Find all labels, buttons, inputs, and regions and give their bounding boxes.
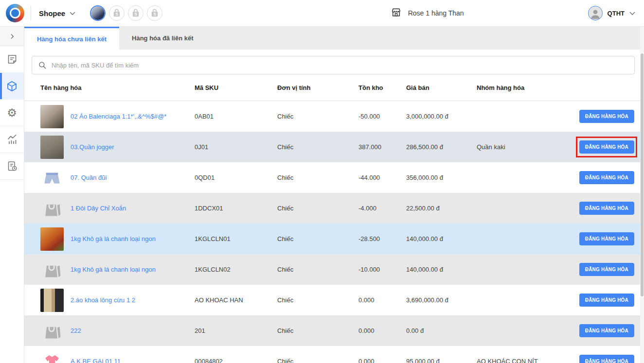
bag-placeholder-icon	[41, 320, 63, 342]
publish-product-button[interactable]: ĐĂNG HÀNG HÓA	[579, 171, 634, 184]
product-unit: Chiếc	[277, 205, 358, 212]
store-icon	[390, 6, 402, 20]
product-name-link[interactable]: 02 Áo Balenciaga 1:1*',.&^%$#@*	[64, 113, 195, 120]
product-name-link[interactable]: A.K.BE GAI 01 11	[64, 358, 195, 363]
product-name-link[interactable]: 2.áo khoá lông cừu 1 2	[64, 296, 195, 304]
product-price: 356,000.00 đ	[406, 174, 477, 181]
publish-product-button[interactable]: ĐĂNG HÀNG HÓA	[579, 140, 634, 154]
app-logo-icon[interactable]	[6, 4, 24, 22]
tab-unlinked-products[interactable]: Hàng hóa chưa liên kết	[24, 27, 119, 50]
column-header-price: Giá bán	[406, 84, 477, 91]
product-name-link[interactable]: 03.Quần jogger	[64, 143, 195, 151]
products-panel: Tên hàng hóa Mã SKU Đơn vị tính Tồn kho …	[24, 50, 644, 363]
search-box	[32, 56, 635, 74]
user-menu[interactable]: QTHT	[588, 6, 635, 20]
table-row[interactable]: 1 Đôi Dây Chỉ Xoắn 1DDCX01 Chiếc -4.000 …	[24, 193, 644, 224]
publish-product-button[interactable]: ĐĂNG HÀNG HÓA	[579, 355, 634, 363]
shop-avatar-shopee[interactable]: S	[147, 5, 162, 21]
shop-avatar-shopee[interactable]: S	[128, 5, 143, 21]
product-price: 286,500.00 đ	[406, 143, 477, 151]
product-name-link[interactable]: 07. Quần đũi	[64, 174, 195, 181]
column-header-sku: Mã SKU	[195, 84, 277, 91]
product-unit: Chiếc	[277, 235, 358, 242]
annotation-highlight-box: ĐĂNG HÀNG HÓA	[579, 171, 634, 184]
product-stock: -50.000	[358, 113, 406, 120]
product-sku: 201	[195, 327, 277, 334]
shop-avatar-active[interactable]	[90, 5, 106, 21]
annotation-highlight-box: ĐĂNG HÀNG HÓA	[579, 140, 634, 154]
product-thumbnail	[40, 258, 64, 281]
product-thumbnail	[40, 105, 64, 128]
chevron-down-icon	[70, 9, 75, 17]
product-stock: 0.000	[358, 327, 406, 334]
sidebar-item-analytics[interactable]	[0, 126, 24, 153]
table-row[interactable]: 1kg Khô gà lá chanh loại ngon 1KGLCLN02 …	[24, 254, 644, 285]
table-row[interactable]: 222 201 Chiếc 0.000 0.00 đ ĐĂNG HÀNG HÓA	[24, 315, 644, 346]
channel-selector[interactable]: Shopee	[39, 9, 75, 17]
product-unit: Chiếc	[277, 327, 358, 334]
product-name-link[interactable]: 1kg Khô gà lá chanh loại ngon	[64, 235, 195, 242]
current-store: Rose 1 hàng Than	[390, 6, 464, 20]
tshirt-image	[42, 351, 62, 363]
sidebar-item-orders[interactable]	[0, 46, 24, 73]
bag-placeholder-icon	[41, 259, 63, 280]
tab-label: Hàng hóa chưa liên kết	[37, 35, 107, 43]
product-unit: Chiếc	[277, 358, 358, 363]
table-body: 02 Áo Balenciaga 1:1*',.&^%$#@* 0AB01 Ch…	[24, 101, 644, 363]
search-input[interactable]	[52, 62, 628, 69]
tab-label: Hàng hóa đã liên kết	[132, 35, 193, 42]
product-stock: -28.500	[358, 235, 406, 242]
table-row[interactable]: A.K.BE GAI 01 11 00084802 Chiếc 0.000 95…	[24, 346, 644, 363]
publish-product-button[interactable]: ĐĂNG HÀNG HÓA	[579, 232, 634, 245]
divider	[31, 6, 31, 20]
product-name-link[interactable]: 1kg Khô gà lá chanh loại ngon	[64, 266, 195, 273]
table-row[interactable]: 2.áo khoá lông cừu 1 2 AO KHOAC HAN Chiế…	[24, 285, 644, 315]
product-thumbnail	[40, 197, 64, 220]
main-content: Hàng hóa chưa liên kết Hàng hóa đã liên …	[24, 27, 644, 363]
annotation-highlight-box: ĐĂNG HÀNG HÓA	[579, 294, 634, 307]
table-row[interactable]: 1kg Khô gà lá chanh loại ngon 1KGLCLN01 …	[24, 224, 644, 254]
product-name-link[interactable]: 222	[64, 327, 195, 334]
publish-product-button[interactable]: ĐĂNG HÀNG HÓA	[579, 294, 634, 307]
product-unit: Chiếc	[277, 113, 358, 120]
annotation-highlight-box: ĐĂNG HÀNG HÓA	[579, 355, 634, 363]
shop-avatar-shopee[interactable]: S	[109, 5, 125, 21]
vertical-scrollbar[interactable]	[640, 27, 644, 363]
publish-product-button[interactable]: ĐĂNG HÀNG HÓA	[579, 202, 634, 215]
product-price: 3,690,000.00 đ	[406, 296, 477, 304]
sidebar-item-reports[interactable]	[0, 153, 24, 180]
settings-icon: ⚙	[7, 107, 17, 119]
publish-product-button[interactable]: ĐĂNG HÀNG HÓA	[579, 263, 634, 276]
product-unit: Chiếc	[277, 296, 358, 304]
sidebar-expand-button[interactable]	[0, 27, 24, 46]
sidebar-item-products[interactable]	[0, 73, 24, 100]
tab-linked-products[interactable]: Hàng hóa đã liên kết	[119, 27, 206, 50]
product-stock: 0.000	[358, 296, 406, 304]
shop-avatar-list: S S S	[90, 5, 162, 21]
product-stock: -4.000	[358, 205, 406, 212]
product-thumbnail	[40, 136, 64, 159]
table-row[interactable]: 07. Quần đũi 0QD01 Chiếc -44.000 356,000…	[24, 162, 644, 193]
product-price: 3,000,000.00 đ	[406, 113, 477, 120]
product-unit: Chiếc	[277, 143, 358, 151]
table-row[interactable]: 02 Áo Balenciaga 1:1*',.&^%$#@* 0AB01 Ch…	[24, 101, 644, 132]
annotation-highlight-box: ĐĂNG HÀNG HÓA	[579, 324, 634, 337]
scrollbar-thumb[interactable]	[641, 53, 644, 296]
product-price: 95,000.00 đ	[406, 358, 477, 363]
tab-bar: Hàng hóa chưa liên kết Hàng hóa đã liên …	[24, 27, 644, 50]
svg-text:S: S	[134, 12, 137, 17]
orders-icon	[6, 53, 18, 65]
reports-icon	[6, 160, 18, 172]
product-price: 140,000.00 đ	[406, 266, 477, 273]
publish-product-button[interactable]: ĐĂNG HÀNG HÓA	[579, 110, 634, 123]
chevron-right-icon	[9, 33, 16, 40]
sidebar-item-settings[interactable]: ⚙	[0, 100, 24, 126]
user-avatar	[588, 6, 603, 20]
publish-product-button[interactable]: ĐĂNG HÀNG HÓA	[579, 324, 634, 337]
table-row[interactable]: 03.Quần jogger 0J01 Chiếc 387.000 286,50…	[24, 132, 644, 162]
annotation-highlight-box: ĐĂNG HÀNG HÓA	[579, 232, 634, 245]
product-sku: 0QD01	[195, 174, 277, 181]
product-price: 22,500.00 đ	[406, 205, 477, 212]
product-name-link[interactable]: 1 Đôi Dây Chỉ Xoắn	[64, 205, 195, 212]
shopee-bag-icon: S	[130, 8, 141, 18]
